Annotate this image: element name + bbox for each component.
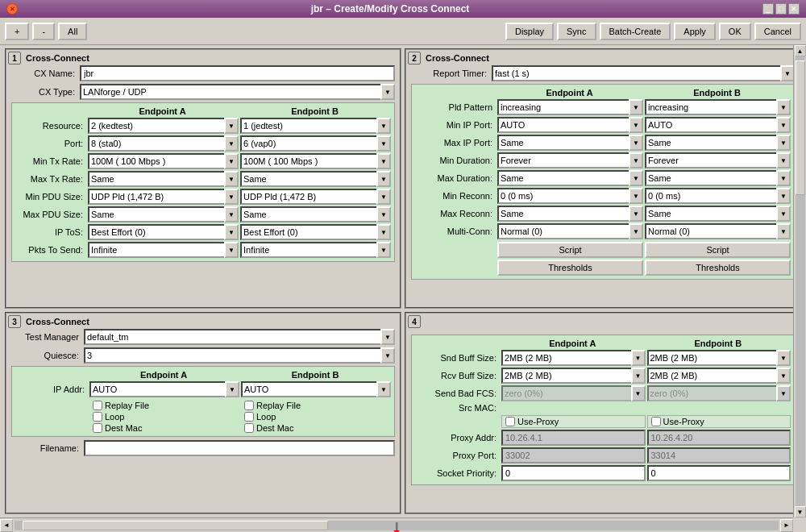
resource-label: Resource: [15, 121, 86, 131]
cx-type-select[interactable]: LANforge / UDP [80, 84, 395, 100]
all-button[interactable]: All [58, 23, 87, 40]
resource-a-select[interactable]: 2 (kedtest) [88, 118, 239, 134]
title-bar: ✕ jbr – Create/Modify Cross Connect _ □ … [0, 0, 806, 18]
script-a-button[interactable]: Script [497, 242, 643, 258]
min-dur-a-select[interactable]: Forever [497, 152, 643, 168]
panel2-ep-b-header: Endpoint B [643, 88, 791, 98]
remove-button[interactable]: - [32, 23, 55, 40]
min-tx-b-select[interactable]: 100M ( 100 Mbps ) [240, 153, 391, 169]
filename-input[interactable] [84, 440, 395, 456]
use-proxy-a-checkbox[interactable]: Use-Proxy [501, 415, 646, 428]
batch-create-button[interactable]: Batch-Create [600, 23, 671, 40]
resource-b-select[interactable]: 1 (jedtest) [240, 118, 391, 134]
report-timer-select[interactable]: fast (1 s) [492, 65, 795, 81]
snd-buf-a-select[interactable]: 2MB (2 MB) [501, 350, 646, 366]
port-a-select[interactable]: 8 (sta0) [88, 135, 239, 152]
max-tx-b-select[interactable]: Same [240, 171, 391, 187]
v-scroll-track[interactable] [796, 56, 805, 506]
scroll-right-btn[interactable]: ► [780, 519, 793, 532]
maximize-btn[interactable]: □ [775, 3, 787, 15]
script-b-button[interactable]: Script [645, 242, 791, 258]
loop-a-checkbox[interactable]: Loop [93, 412, 239, 422]
cancel-button[interactable]: Cancel [754, 23, 801, 40]
panel1-cx-header: Cross-Connect [26, 53, 395, 63]
socket-priority-b-input[interactable] [647, 465, 791, 481]
panel-2-number: 2 [408, 52, 421, 64]
send-bad-fcs-label: Send Bad FCS: [415, 389, 500, 398]
panel1-endpoints: Endpoint A Endpoint B Resource: 2 (kedte… [11, 102, 395, 262]
port-b-select[interactable]: 6 (vap0) [240, 135, 391, 152]
socket-priority-a-input[interactable] [501, 465, 646, 481]
panel-1-number: 1 [8, 52, 21, 64]
min-dur-label: Min Duration: [415, 156, 496, 165]
max-pdu-b-select[interactable]: Same [240, 206, 391, 222]
multi-conn-a-select[interactable]: Normal (0) [497, 223, 643, 239]
replay-file-a-checkbox[interactable]: Replay File [93, 401, 239, 410]
max-pdu-a-select[interactable]: Same [88, 206, 239, 222]
ip-tos-b-select[interactable]: Best Effort (0) [240, 224, 391, 240]
max-ip-b-select[interactable]: Same [645, 135, 791, 151]
panel2-ep-a-header: Endpoint A [496, 88, 643, 98]
minimize-btn[interactable]: _ [762, 3, 774, 15]
rcv-buf-a-select[interactable]: 2MB (2 MB) [501, 368, 646, 384]
pkts-b-select[interactable]: Infinite [240, 242, 391, 258]
thresholds-b-button[interactable]: Thresholds [645, 260, 791, 276]
max-ip-a-select[interactable]: Same [497, 135, 643, 151]
pld-b-select[interactable]: increasing [645, 99, 791, 115]
panel4-ep-a-header: Endpoint A [500, 339, 646, 348]
ip-tos-a-select[interactable]: Best Effort (0) [88, 224, 239, 240]
window-title: jbr – Create/Modify Cross Connect [18, 3, 762, 15]
pkts-a-select[interactable]: Infinite [88, 242, 239, 258]
multi-conn-b-select[interactable]: Normal (0) [645, 223, 791, 239]
display-button[interactable]: Display [505, 23, 554, 40]
panel3-ep-a-header: Endpoint A [88, 370, 239, 380]
min-tx-a-select[interactable]: 100M ( 100 Mbps ) [88, 153, 239, 169]
panel1-ep-b-header: Endpoint B [239, 106, 391, 116]
test-mgr-select[interactable]: default_tm [84, 329, 395, 345]
ip-addr-b-select[interactable]: AUTO [241, 381, 391, 397]
sync-button[interactable]: Sync [557, 23, 596, 40]
dest-mac-a-checkbox[interactable]: Dest Mac [93, 423, 239, 433]
max-ip-label: Max IP Port: [415, 138, 496, 148]
multi-conn-label: Multi-Conn: [415, 227, 496, 236]
max-dur-a-select[interactable]: Same [497, 170, 643, 186]
min-pdu-b-select[interactable]: UDP Pld (1,472 B) [240, 189, 391, 205]
scroll-up-btn[interactable]: ▲ [795, 45, 806, 56]
quiesce-label: Quiesce: [11, 351, 84, 360]
ok-button[interactable]: OK [719, 23, 751, 40]
min-reconn-a-select[interactable]: 0 (0 ms) [497, 188, 643, 204]
min-ip-a-select[interactable]: AUTO [497, 117, 643, 133]
max-tx-a-select[interactable]: Same [88, 171, 239, 187]
max-reconn-b-select[interactable]: Same [645, 206, 791, 222]
max-dur-b-select[interactable]: Same [645, 170, 791, 186]
dest-mac-b-checkbox[interactable]: Dest Mac [244, 423, 391, 433]
ip-addr-a-select[interactable]: AUTO [89, 381, 239, 397]
min-ip-b-select[interactable]: AUTO [645, 117, 791, 133]
rcv-buf-b-select[interactable]: 2MB (2 MB) [647, 368, 791, 384]
snd-buf-label: Snd Buff Size: [415, 353, 500, 363]
pld-a-select[interactable]: increasing [497, 99, 643, 115]
test-mgr-label: Test Manager [11, 332, 84, 342]
scroll-left-btn[interactable]: ◄ [0, 519, 13, 532]
min-pdu-a-select[interactable]: UDP Pld (1,472 B) [88, 189, 239, 205]
use-proxy-b-checkbox[interactable]: Use-Proxy [647, 415, 791, 428]
thresholds-a-button[interactable]: Thresholds [497, 260, 643, 276]
snd-buf-b-select[interactable]: 2MB (2 MB) [647, 350, 791, 366]
bottom-scrollbar: ◄ ► [0, 517, 793, 532]
replay-file-b-checkbox[interactable]: Replay File [244, 401, 391, 410]
apply-button[interactable]: Apply [674, 23, 716, 40]
socket-priority-label: Socket Priority: [415, 468, 500, 478]
ip-tos-label: IP ToS: [15, 227, 86, 237]
send-bad-fcs-b-select: zero (0%) [647, 385, 791, 401]
close-btn[interactable]: ✕ [788, 3, 800, 15]
scroll-down-btn[interactable]: ▼ [795, 506, 806, 517]
loop-b-checkbox[interactable]: Loop [244, 412, 391, 422]
quiesce-select[interactable]: 3 [84, 347, 395, 364]
min-reconn-b-select[interactable]: 0 (0 ms) [645, 188, 791, 204]
add-button[interactable]: + [5, 23, 29, 40]
max-dur-label: Max Duration: [415, 173, 496, 183]
cx-name-input[interactable] [80, 65, 395, 81]
min-dur-b-select[interactable]: Forever [645, 152, 791, 168]
max-reconn-a-select[interactable]: Same [497, 206, 643, 222]
min-pdu-label: Min PDU Size: [15, 192, 86, 202]
